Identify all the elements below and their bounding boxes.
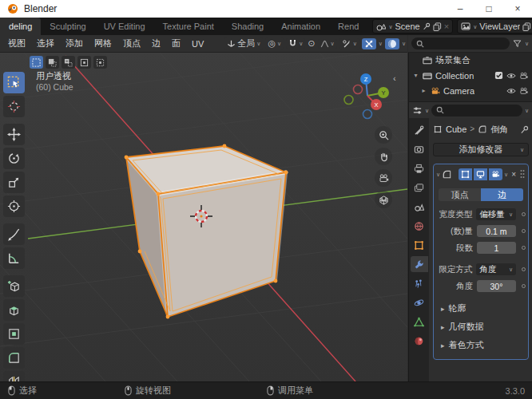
angle-field[interactable]: 30° <box>477 280 516 292</box>
chevron-down-icon[interactable]: ∨ <box>379 41 383 46</box>
transform-tool[interactable] <box>3 196 25 217</box>
menu-view[interactable]: 视图 <box>2 38 31 49</box>
tab-shading[interactable]: Shading <box>223 18 272 35</box>
cursor-tool[interactable] <box>3 96 25 117</box>
annotate-tool[interactable] <box>3 223 25 245</box>
proportional-editing-icon[interactable]: ⊙ <box>308 38 315 49</box>
tab-world[interactable] <box>411 218 428 234</box>
display-realtime-toggle[interactable] <box>474 168 487 180</box>
transform-orientation-dropdown[interactable]: 全局 ∨ <box>224 37 263 50</box>
tab-particles[interactable] <box>411 275 428 291</box>
pan-hand-button[interactable] <box>375 148 392 165</box>
decorator-dot[interactable] <box>522 267 526 271</box>
inset-faces-tool[interactable] <box>3 323 25 345</box>
viewport[interactable]: 用户透视 (60) Cube Z Y X <box>0 53 407 381</box>
pin-icon[interactable] <box>423 22 431 30</box>
axis-z-negative-handle[interactable] <box>363 110 372 119</box>
section-geometry[interactable]: ▸ 几何数据 <box>436 318 526 336</box>
section-profile[interactable]: ▸ 轮廓 <box>436 299 526 318</box>
tab-texture-paint[interactable]: Texture Paint <box>154 18 223 35</box>
tab-render[interactable]: Rend <box>329 18 367 35</box>
new-scene-icon[interactable] <box>433 22 442 31</box>
tab-tool[interactable] <box>411 122 428 138</box>
menu-vertex[interactable]: 顶点 <box>117 38 146 49</box>
bevel-tool[interactable] <box>3 347 25 369</box>
sidebar-toggle-icon[interactable]: ‹ <box>393 73 396 83</box>
scale-tool[interactable] <box>3 172 25 193</box>
camera-visibility-icon[interactable] <box>519 72 529 80</box>
decorator-dot[interactable] <box>522 229 526 233</box>
tab-animation[interactable]: Animation <box>272 18 329 35</box>
measure-tool[interactable] <box>3 247 25 269</box>
axis-x-negative-handle[interactable] <box>354 85 363 94</box>
xray-toggle[interactable] <box>362 38 376 49</box>
modifier-extras-dropdown[interactable]: ∨ <box>504 172 508 177</box>
close-button[interactable]: × <box>503 0 532 18</box>
display-editmode-toggle[interactable] <box>459 168 472 180</box>
tab-modeling[interactable]: deling <box>0 18 41 35</box>
delete-modifier-button[interactable]: × <box>510 170 518 179</box>
tab-output[interactable] <box>411 160 428 176</box>
expanded-arrow-icon[interactable]: ▾ <box>412 72 419 79</box>
menu-face[interactable]: 面 <box>166 38 186 49</box>
checkbox-icon[interactable] <box>494 71 503 80</box>
decorator-dot[interactable] <box>522 284 526 288</box>
camera-visibility-icon[interactable] <box>519 87 529 95</box>
tab-material[interactable] <box>411 333 428 349</box>
minimize-button[interactable]: – <box>446 0 474 18</box>
select-mode-invert-button[interactable] <box>77 56 91 69</box>
tab-object-data[interactable] <box>411 314 428 330</box>
collapsed-arrow-icon[interactable]: ▸ <box>420 87 427 94</box>
new-viewlayer-icon[interactable] <box>522 22 531 31</box>
menu-mesh[interactable]: 网格 <box>89 38 117 49</box>
display-render-toggle[interactable] <box>489 168 502 180</box>
breadcrumb-modifier[interactable]: 倒角 <box>490 124 508 136</box>
menu-uv[interactable]: UV <box>186 39 209 49</box>
tab-modifiers[interactable] <box>411 256 428 272</box>
move-tool[interactable] <box>3 124 25 145</box>
amount-field[interactable]: 0.1 m <box>477 225 516 237</box>
tab-object[interactable] <box>411 237 428 253</box>
loop-cut-tool[interactable] <box>3 371 25 381</box>
chevron-down-icon[interactable]: ∨ <box>425 108 429 113</box>
pivot-point-dropdown[interactable]: ◎ ∨ <box>265 38 284 49</box>
zoom-button[interactable] <box>375 126 392 144</box>
section-shading[interactable]: ▸ 着色方式 <box>436 336 526 354</box>
pin-icon[interactable] <box>520 125 529 134</box>
chevron-down-icon[interactable]: ∨ <box>402 41 406 46</box>
width-type-dropdown[interactable]: 偏移量 ∨ <box>476 208 516 220</box>
affect-edges-button[interactable]: 边 <box>481 188 523 201</box>
decorator-dot[interactable] <box>522 212 526 216</box>
tab-render[interactable] <box>411 141 428 157</box>
add-cube-tool[interactable] <box>3 275 25 297</box>
select-box-tool[interactable] <box>3 72 25 93</box>
scene-selector[interactable]: ∨ Scene × <box>372 19 453 34</box>
outliner-row-camera[interactable]: ▸ Camera <box>409 83 532 98</box>
filter-icon[interactable] <box>513 39 522 48</box>
decorator-dot[interactable] <box>522 246 526 250</box>
outliner-search-input[interactable] <box>411 38 510 49</box>
select-mode-extend-button[interactable] <box>46 56 59 69</box>
tab-sculpting[interactable]: Sculpting <box>41 18 94 35</box>
segments-field[interactable]: 1 <box>477 242 516 254</box>
menu-add[interactable]: 添加 <box>60 38 89 49</box>
outliner-row-scene-collection[interactable]: 场景集合 <box>409 53 532 68</box>
camera-view-button[interactable] <box>375 169 392 187</box>
rotate-tool[interactable] <box>3 148 25 169</box>
select-mode-subtract-button[interactable] <box>62 56 75 69</box>
show-gizmo-dropdown[interactable]: ∨ <box>339 38 359 49</box>
axis-y-negative-handle[interactable] <box>344 96 353 105</box>
expand-arrow-icon[interactable]: ∨ <box>436 172 440 177</box>
affect-vertices-button[interactable]: 顶点 <box>439 188 481 201</box>
chevron-down-icon[interactable]: ∨ <box>525 41 529 46</box>
menu-edge[interactable]: 边 <box>146 38 166 49</box>
limit-method-dropdown[interactable]: 角度 ∨ <box>476 263 516 275</box>
chevron-down-icon[interactable]: ∨ <box>525 108 529 113</box>
eye-icon[interactable] <box>506 87 516 95</box>
navigation-gizmo[interactable]: Z Y X <box>343 69 391 121</box>
properties-search-input[interactable] <box>431 105 522 117</box>
eye-icon[interactable] <box>506 72 516 80</box>
falloff-dropdown[interactable]: ∨ <box>318 39 337 49</box>
breadcrumb-object[interactable]: Cube <box>446 124 466 134</box>
tab-uv-editing[interactable]: UV Editing <box>95 18 154 35</box>
